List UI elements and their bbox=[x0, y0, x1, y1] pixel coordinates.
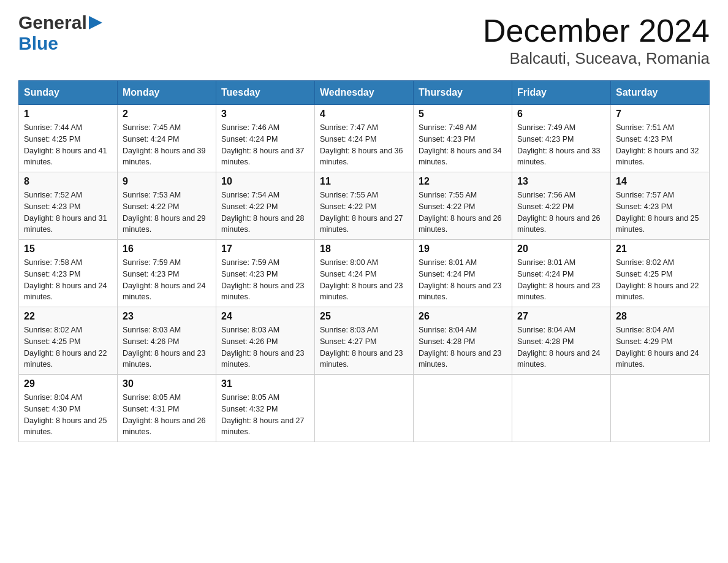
day-info: Sunrise: 7:45 AMSunset: 4:24 PMDaylight:… bbox=[123, 122, 211, 168]
day-info: Sunrise: 8:00 AMSunset: 4:24 PMDaylight:… bbox=[320, 257, 408, 303]
day-info: Sunrise: 7:55 AMSunset: 4:22 PMDaylight:… bbox=[419, 190, 507, 236]
calendar-cell bbox=[414, 375, 512, 442]
day-number: 16 bbox=[123, 243, 211, 255]
calendar-cell: 13Sunrise: 7:56 AMSunset: 4:22 PMDayligh… bbox=[512, 172, 611, 240]
day-info: Sunrise: 7:54 AMSunset: 4:22 PMDaylight:… bbox=[221, 190, 309, 236]
calendar-cell bbox=[611, 375, 710, 442]
day-info: Sunrise: 7:49 AMSunset: 4:23 PMDaylight:… bbox=[517, 122, 605, 168]
col-header-wednesday: Wednesday bbox=[315, 81, 414, 105]
day-info: Sunrise: 8:02 AMSunset: 4:25 PMDaylight:… bbox=[616, 257, 704, 303]
day-info: Sunrise: 8:04 AMSunset: 4:29 PMDaylight:… bbox=[616, 324, 704, 370]
calendar-cell: 17Sunrise: 7:59 AMSunset: 4:23 PMDayligh… bbox=[216, 240, 315, 307]
day-number: 13 bbox=[517, 176, 605, 187]
day-info: Sunrise: 7:58 AMSunset: 4:23 PMDaylight:… bbox=[24, 257, 112, 303]
day-info: Sunrise: 7:59 AMSunset: 4:23 PMDaylight:… bbox=[123, 257, 211, 303]
calendar-cell: 21Sunrise: 8:02 AMSunset: 4:25 PMDayligh… bbox=[611, 240, 710, 307]
day-info: Sunrise: 7:59 AMSunset: 4:23 PMDaylight:… bbox=[221, 257, 309, 303]
day-number: 18 bbox=[320, 243, 408, 255]
calendar-cell: 11Sunrise: 7:55 AMSunset: 4:22 PMDayligh… bbox=[315, 172, 414, 240]
day-info: Sunrise: 7:57 AMSunset: 4:23 PMDaylight:… bbox=[616, 190, 704, 236]
calendar-cell: 30Sunrise: 8:05 AMSunset: 4:31 PMDayligh… bbox=[118, 375, 216, 442]
day-number: 15 bbox=[24, 243, 112, 255]
day-number: 2 bbox=[123, 109, 211, 120]
day-number: 24 bbox=[221, 311, 309, 322]
calendar-cell: 8Sunrise: 7:52 AMSunset: 4:23 PMDaylight… bbox=[19, 172, 118, 240]
calendar-cell: 22Sunrise: 8:02 AMSunset: 4:25 PMDayligh… bbox=[19, 307, 118, 375]
day-number: 23 bbox=[123, 311, 211, 322]
calendar-week-row: 15Sunrise: 7:58 AMSunset: 4:23 PMDayligh… bbox=[19, 240, 710, 307]
calendar-cell: 19Sunrise: 8:01 AMSunset: 4:24 PMDayligh… bbox=[414, 240, 512, 307]
day-number: 4 bbox=[320, 109, 408, 120]
calendar-cell: 25Sunrise: 8:03 AMSunset: 4:27 PMDayligh… bbox=[315, 307, 414, 375]
day-number: 6 bbox=[517, 109, 605, 120]
day-info: Sunrise: 8:04 AMSunset: 4:28 PMDaylight:… bbox=[517, 324, 605, 370]
day-info: Sunrise: 8:02 AMSunset: 4:25 PMDaylight:… bbox=[24, 324, 112, 370]
calendar-cell: 24Sunrise: 8:03 AMSunset: 4:26 PMDayligh… bbox=[216, 307, 315, 375]
col-header-tuesday: Tuesday bbox=[216, 81, 315, 105]
calendar-cell: 28Sunrise: 8:04 AMSunset: 4:29 PMDayligh… bbox=[611, 307, 710, 375]
day-number: 7 bbox=[616, 109, 704, 120]
day-number: 10 bbox=[221, 176, 309, 187]
col-header-saturday: Saturday bbox=[611, 81, 710, 105]
page-subtitle: Balcauti, Suceava, Romania bbox=[483, 49, 710, 68]
day-info: Sunrise: 8:01 AMSunset: 4:24 PMDaylight:… bbox=[419, 257, 507, 303]
calendar-cell: 27Sunrise: 8:04 AMSunset: 4:28 PMDayligh… bbox=[512, 307, 611, 375]
page-header: General Blue December 2024 Balcauti, Suc… bbox=[18, 12, 710, 68]
day-number: 11 bbox=[320, 176, 408, 187]
day-info: Sunrise: 8:03 AMSunset: 4:26 PMDaylight:… bbox=[221, 324, 309, 370]
day-info: Sunrise: 8:04 AMSunset: 4:30 PMDaylight:… bbox=[24, 392, 112, 438]
day-info: Sunrise: 7:51 AMSunset: 4:23 PMDaylight:… bbox=[616, 122, 704, 168]
calendar-cell bbox=[315, 375, 414, 442]
calendar-cell: 18Sunrise: 8:00 AMSunset: 4:24 PMDayligh… bbox=[315, 240, 414, 307]
day-number: 17 bbox=[221, 243, 309, 255]
calendar-cell: 4Sunrise: 7:47 AMSunset: 4:24 PMDaylight… bbox=[315, 105, 414, 172]
title-block: December 2024 Balcauti, Suceava, Romania bbox=[483, 12, 710, 68]
calendar-cell: 16Sunrise: 7:59 AMSunset: 4:23 PMDayligh… bbox=[118, 240, 216, 307]
col-header-friday: Friday bbox=[512, 81, 611, 105]
calendar-week-row: 1Sunrise: 7:44 AMSunset: 4:25 PMDaylight… bbox=[19, 105, 710, 172]
day-number: 29 bbox=[24, 378, 112, 389]
calendar-cell: 23Sunrise: 8:03 AMSunset: 4:26 PMDayligh… bbox=[118, 307, 216, 375]
day-number: 14 bbox=[616, 176, 704, 187]
calendar-cell: 5Sunrise: 7:48 AMSunset: 4:23 PMDaylight… bbox=[414, 105, 512, 172]
day-number: 5 bbox=[419, 109, 507, 120]
day-number: 20 bbox=[517, 243, 605, 255]
logo: General Blue bbox=[18, 12, 102, 54]
calendar-cell: 3Sunrise: 7:46 AMSunset: 4:24 PMDaylight… bbox=[216, 105, 315, 172]
calendar-cell: 10Sunrise: 7:54 AMSunset: 4:22 PMDayligh… bbox=[216, 172, 315, 240]
day-info: Sunrise: 8:04 AMSunset: 4:28 PMDaylight:… bbox=[419, 324, 507, 370]
calendar-cell: 2Sunrise: 7:45 AMSunset: 4:24 PMDaylight… bbox=[118, 105, 216, 172]
calendar-cell: 26Sunrise: 8:04 AMSunset: 4:28 PMDayligh… bbox=[414, 307, 512, 375]
day-number: 30 bbox=[123, 378, 211, 389]
day-info: Sunrise: 8:03 AMSunset: 4:26 PMDaylight:… bbox=[123, 324, 211, 370]
calendar-cell: 6Sunrise: 7:49 AMSunset: 4:23 PMDaylight… bbox=[512, 105, 611, 172]
calendar-week-row: 22Sunrise: 8:02 AMSunset: 4:25 PMDayligh… bbox=[19, 307, 710, 375]
day-number: 27 bbox=[517, 311, 605, 322]
calendar-cell: 9Sunrise: 7:53 AMSunset: 4:22 PMDaylight… bbox=[118, 172, 216, 240]
svg-marker-0 bbox=[89, 16, 102, 29]
calendar-week-row: 8Sunrise: 7:52 AMSunset: 4:23 PMDaylight… bbox=[19, 172, 710, 240]
day-number: 25 bbox=[320, 311, 408, 322]
logo-arrow-icon bbox=[89, 16, 102, 29]
day-number: 28 bbox=[616, 311, 704, 322]
col-header-monday: Monday bbox=[118, 81, 216, 105]
day-number: 1 bbox=[24, 109, 112, 120]
day-info: Sunrise: 7:56 AMSunset: 4:22 PMDaylight:… bbox=[517, 190, 605, 236]
day-number: 21 bbox=[616, 243, 704, 255]
day-info: Sunrise: 7:48 AMSunset: 4:23 PMDaylight:… bbox=[419, 122, 507, 168]
day-number: 19 bbox=[419, 243, 507, 255]
day-number: 12 bbox=[419, 176, 507, 187]
day-info: Sunrise: 7:47 AMSunset: 4:24 PMDaylight:… bbox=[320, 122, 408, 168]
day-info: Sunrise: 8:05 AMSunset: 4:31 PMDaylight:… bbox=[123, 392, 211, 438]
calendar-cell: 20Sunrise: 8:01 AMSunset: 4:24 PMDayligh… bbox=[512, 240, 611, 307]
calendar-table: SundayMondayTuesdayWednesdayThursdayFrid… bbox=[18, 80, 710, 442]
day-info: Sunrise: 8:05 AMSunset: 4:32 PMDaylight:… bbox=[221, 392, 309, 438]
logo-blue-text: Blue bbox=[18, 33, 102, 54]
calendar-week-row: 29Sunrise: 8:04 AMSunset: 4:30 PMDayligh… bbox=[19, 375, 710, 442]
day-number: 22 bbox=[24, 311, 112, 322]
calendar-header-row: SundayMondayTuesdayWednesdayThursdayFrid… bbox=[19, 81, 710, 105]
day-number: 8 bbox=[24, 176, 112, 187]
day-info: Sunrise: 8:01 AMSunset: 4:24 PMDaylight:… bbox=[517, 257, 605, 303]
day-info: Sunrise: 7:52 AMSunset: 4:23 PMDaylight:… bbox=[24, 190, 112, 236]
day-number: 9 bbox=[123, 176, 211, 187]
